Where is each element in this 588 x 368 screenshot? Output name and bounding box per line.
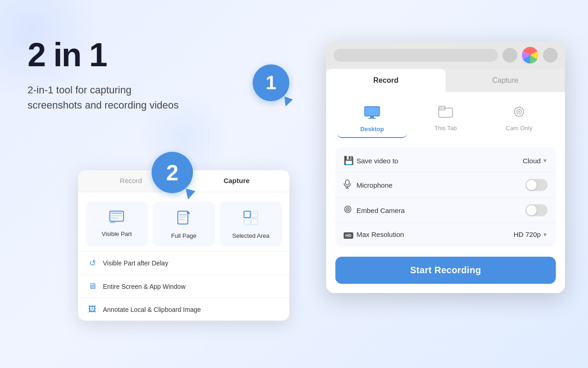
- annotate-icon: 🖼: [87, 305, 97, 314]
- max-resolution-label: Max Resolution: [356, 230, 514, 238]
- capture-options-row: Visible Part Full Page: [78, 192, 289, 251]
- svg-rect-16: [368, 118, 376, 119]
- app-icon: [522, 47, 538, 63]
- full-page-icon: [158, 211, 209, 229]
- svg-rect-4: [110, 222, 115, 223]
- svg-rect-11: [244, 218, 250, 225]
- settings-area: 💾 Save video to Cloud ▼ Micropho: [335, 147, 556, 247]
- save-video-label: Save video to: [356, 157, 523, 165]
- microphone-toggle[interactable]: [526, 179, 548, 191]
- svg-point-21: [518, 111, 520, 113]
- setting-row-microphone: Microphone: [335, 172, 556, 198]
- step-badge-2: 2: [152, 152, 193, 193]
- svg-rect-12: [251, 218, 258, 225]
- cam-only-icon: [512, 106, 526, 121]
- hero-section: 2 in 1 2-in-1 tool for capturingscreensh…: [28, 37, 257, 113]
- record-panel: Record Capture Desktop: [326, 41, 565, 293]
- max-resolution-icon: HD: [344, 230, 356, 239]
- window-chrome: [326, 41, 565, 69]
- subtitle: 2-in-1 tool for capturingscreenshots and…: [28, 82, 257, 113]
- panel-tab-record[interactable]: Record: [326, 69, 446, 92]
- full-page-label: Full Page: [158, 232, 209, 239]
- setting-row-save-video: 💾 Save video to Cloud ▼: [335, 149, 556, 172]
- svg-point-27: [347, 208, 348, 209]
- setting-row-max-resolution: HD Max Resolution HD 720p ▼: [335, 223, 556, 246]
- this-tab-label: This Tab: [435, 125, 457, 132]
- start-recording-button[interactable]: Start Recording: [335, 257, 556, 284]
- chrome-search-bar: [334, 49, 498, 62]
- svg-rect-9: [244, 211, 250, 218]
- save-video-caret: ▼: [543, 158, 548, 163]
- selected-area-label: Selected Area: [225, 232, 277, 239]
- svg-rect-10: [251, 211, 258, 218]
- capture-option-selected-area[interactable]: Selected Area: [220, 201, 282, 247]
- chrome-button-2[interactable]: [543, 48, 558, 63]
- source-tabs: Desktop This Tab: [335, 101, 556, 138]
- svg-rect-2: [111, 215, 122, 216]
- save-video-icon: 💾: [344, 155, 356, 166]
- capture-list-delay[interactable]: ↺ Visible Part after Delay: [78, 251, 289, 275]
- svg-rect-3: [111, 218, 119, 218]
- chrome-button-1[interactable]: [503, 48, 517, 63]
- capture-list-screen[interactable]: 🖥 Entire Screen & App Window: [78, 275, 289, 298]
- desktop-label: Desktop: [360, 126, 384, 132]
- step-badge-1: 1: [253, 64, 289, 101]
- source-tab-this-tab[interactable]: This Tab: [411, 101, 481, 138]
- visible-part-icon: [91, 211, 142, 227]
- resolution-caret: ▼: [543, 232, 548, 237]
- svg-rect-7: [179, 217, 186, 218]
- screen-label: Entire Screen & App Window: [103, 283, 186, 290]
- capture-tab-capture[interactable]: Capture: [184, 170, 289, 192]
- svg-rect-14: [365, 107, 379, 115]
- svg-rect-6: [179, 214, 187, 215]
- panel-tab-capture[interactable]: Capture: [446, 69, 565, 92]
- visible-part-label: Visible Part: [91, 230, 142, 237]
- delay-icon: ↺: [87, 258, 97, 268]
- svg-rect-22: [345, 180, 349, 185]
- capture-list-annotate[interactable]: 🖼 Annotate Local & Clipboard Image: [78, 298, 289, 321]
- max-resolution-value[interactable]: HD 720p ▼: [514, 230, 548, 238]
- screen-icon: 🖥: [87, 282, 97, 291]
- svg-rect-15: [370, 116, 374, 118]
- setting-row-embed-camera: Embed Camera: [335, 198, 556, 223]
- embed-camera-toggle[interactable]: [526, 204, 548, 216]
- source-tab-desktop[interactable]: Desktop: [337, 101, 407, 138]
- source-tab-cam-only[interactable]: Cam Only: [484, 101, 554, 138]
- annotate-label: Annotate Local & Clipboard Image: [103, 306, 201, 313]
- desktop-icon: [364, 106, 380, 122]
- panel-tabs: Record Capture: [326, 69, 565, 92]
- this-tab-icon: [438, 106, 453, 121]
- delay-label: Visible Part after Delay: [103, 259, 168, 267]
- save-video-value[interactable]: Cloud ▼: [523, 157, 548, 165]
- capture-panel: Record Capture Visible Part: [78, 170, 289, 321]
- svg-rect-8: [179, 219, 185, 220]
- svg-rect-1: [111, 213, 122, 214]
- embed-camera-label: Embed Camera: [356, 207, 526, 214]
- cam-only-label: Cam Only: [506, 125, 532, 132]
- embed-camera-icon: [344, 205, 356, 216]
- microphone-icon: [344, 179, 356, 191]
- selected-area-icon: [225, 211, 277, 229]
- capture-option-full-page[interactable]: Full Page: [153, 201, 215, 247]
- capture-option-visible-part[interactable]: Visible Part: [85, 201, 148, 247]
- microphone-label: Microphone: [356, 181, 526, 189]
- main-title: 2 in 1: [28, 37, 257, 73]
- panel-body: Desktop This Tab: [326, 92, 565, 293]
